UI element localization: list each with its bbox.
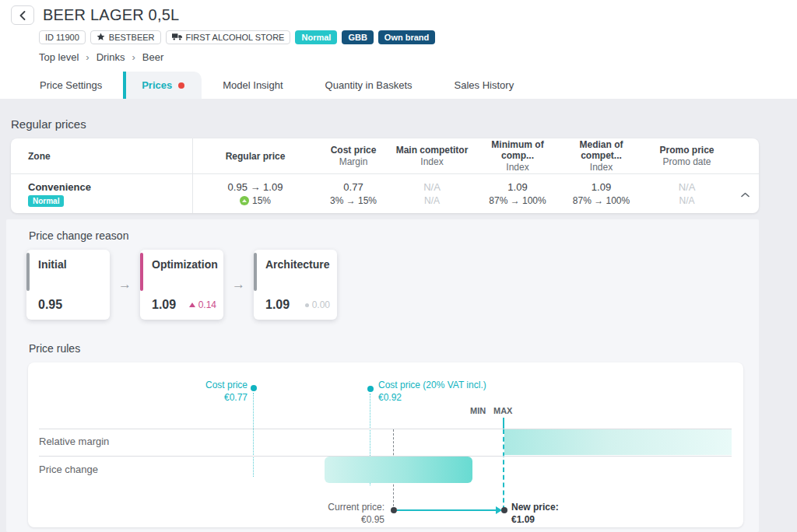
- step-value: 1.09: [265, 298, 290, 312]
- tab-sales-history[interactable]: Sales History: [434, 72, 535, 99]
- zone-cell: Convenience Normal: [11, 174, 193, 213]
- arrow-right-icon: →: [232, 277, 245, 292]
- breadcrumb-top-level[interactable]: Top level: [39, 51, 79, 63]
- breadcrumb-separator-icon: ›: [132, 51, 135, 63]
- back-button[interactable]: [11, 5, 34, 25]
- col-header-zone: Zone: [11, 138, 193, 173]
- promo-price-cell: N/A N/A: [642, 174, 732, 213]
- truck-icon: [172, 33, 182, 42]
- cost-price-cell: 0.77 3% → 15%: [318, 174, 389, 213]
- delta-up-icon: [189, 303, 195, 307]
- tab-price-settings[interactable]: Price Settings: [19, 72, 123, 99]
- max-label: MAX: [493, 406, 512, 415]
- cost-price-vat-annotation: Cost price (20% VAT incl.) €0.92: [378, 380, 486, 404]
- cost-price-vat-marker-icon: [367, 386, 374, 392]
- collapse-row-button[interactable]: [732, 174, 759, 213]
- step-value: 0.95: [38, 298, 62, 312]
- regular-price-cell: 0.95 → 1.09 15%: [193, 174, 318, 213]
- step-card-initial: Initial 0.95: [26, 250, 110, 320]
- price-change-reason-title: Price change reason: [29, 229, 759, 242]
- breadcrumb-drinks[interactable]: Drinks: [97, 51, 125, 63]
- zone-name: Convenience: [28, 181, 91, 193]
- product-id-badge: ID 11900: [39, 30, 86, 44]
- current-price-dot-icon: [391, 507, 397, 513]
- relative-margin-bar: [504, 429, 732, 455]
- step-accent-bar: [140, 253, 143, 291]
- tab-bar: Price Settings Prices Model Insight Quan…: [0, 72, 797, 99]
- price-rules-chart: Cost price €0.77 Cost price (20% VAT inc…: [28, 362, 743, 527]
- tab-prices[interactable]: Prices: [123, 72, 202, 99]
- product-price-page: BEER LAGER 0,5L ID 11900 BESTBEER FIRST …: [0, 0, 797, 532]
- step-card-architecture: Architecture 1.09 0.00: [254, 250, 337, 320]
- row-detail-panel: Price change reason Initial 0.95 → Optim…: [6, 219, 759, 532]
- main-competitor-cell: N/A N/A: [389, 174, 475, 213]
- price-move-arrow: [397, 509, 497, 511]
- price-change-bar: [325, 457, 472, 483]
- header: BEER LAGER 0,5L ID 11900 BESTBEER FIRST …: [0, 0, 797, 72]
- col-header-median-competitor: Median of compet... Index: [560, 138, 642, 173]
- chevron-left-icon: [19, 11, 26, 20]
- zone-status-badge: Normal: [28, 195, 64, 207]
- relative-margin-label: Relative margin: [39, 436, 109, 447]
- price-change-steps: Initial 0.95 → Optimization 1.09 0.14: [26, 250, 759, 320]
- col-header-cost-price: Cost price Margin: [318, 138, 389, 173]
- cost-price-guide-line: [253, 393, 254, 477]
- badges-row: ID 11900 BESTBEER FIRST ALCOHOL STORE No…: [39, 30, 797, 44]
- content-area: Regular prices Zone Regular price Cost p…: [0, 99, 797, 532]
- cost-price-marker-icon: [251, 385, 257, 391]
- col-header-main-competitor: Main competitor Index: [389, 138, 475, 173]
- col-header-promo-price: Promo price Promo date: [642, 138, 732, 173]
- regular-prices-title: Regular prices: [11, 117, 797, 131]
- breadcrumb-beer[interactable]: Beer: [142, 51, 163, 63]
- breadcrumb-separator-icon: ›: [86, 51, 89, 63]
- step-accent-bar: [26, 253, 30, 291]
- chevron-up-icon: [741, 187, 750, 201]
- step-card-optimization: Optimization 1.09 0.14: [140, 250, 223, 320]
- new-price-annotation: New price: €1.09: [511, 502, 559, 526]
- brand-badge: BESTBEER: [90, 30, 161, 44]
- table-header-row: Zone Regular price Cost price Margin Mai…: [11, 138, 759, 174]
- new-price-dot-icon: [501, 507, 507, 513]
- status-badge-gbb: GBB: [342, 30, 373, 44]
- price-change-label: Price change: [39, 464, 98, 475]
- page-title: BEER LAGER 0,5L: [43, 6, 179, 24]
- tab-model-insight[interactable]: Model Insight: [202, 72, 304, 99]
- store-badge: FIRST ALCOHOL STORE: [166, 30, 291, 44]
- status-badge-own-brand: Own brand: [378, 30, 435, 44]
- minimum-competitor-cell: 1.09 87% → 100%: [475, 174, 560, 213]
- alert-dot-icon: [178, 82, 184, 89]
- tab-quantity-in-baskets[interactable]: Quantity in Baskets: [304, 72, 434, 99]
- new-price-line: [503, 418, 504, 429]
- step-value: 1.09: [152, 298, 176, 312]
- arrow-right-icon: →: [118, 277, 132, 292]
- star-icon: [97, 33, 105, 43]
- cost-price-annotation: Cost price €0.77: [165, 380, 248, 404]
- step-accent-bar: [254, 253, 257, 291]
- regular-prices-table: Zone Regular price Cost price Margin Mai…: [11, 138, 759, 213]
- breadcrumb: Top level › Drinks › Beer: [39, 51, 797, 72]
- col-header-regular-price: Regular price: [193, 138, 318, 173]
- min-label: MIN: [470, 406, 486, 415]
- price-rules-title: Price rules: [29, 342, 759, 355]
- delta-none-icon: [305, 303, 309, 307]
- table-row-convenience: Convenience Normal 0.95 → 1.09 15% 0.77 …: [11, 174, 759, 213]
- margin-up-icon: [240, 196, 249, 205]
- status-badge-normal: Normal: [295, 30, 337, 44]
- current-price-annotation: Current price: €0.95: [293, 502, 384, 526]
- median-competitor-cell: 1.09 87% → 100%: [560, 174, 642, 213]
- col-header-minimum-competitor: Minimum of comp... Index: [475, 138, 560, 173]
